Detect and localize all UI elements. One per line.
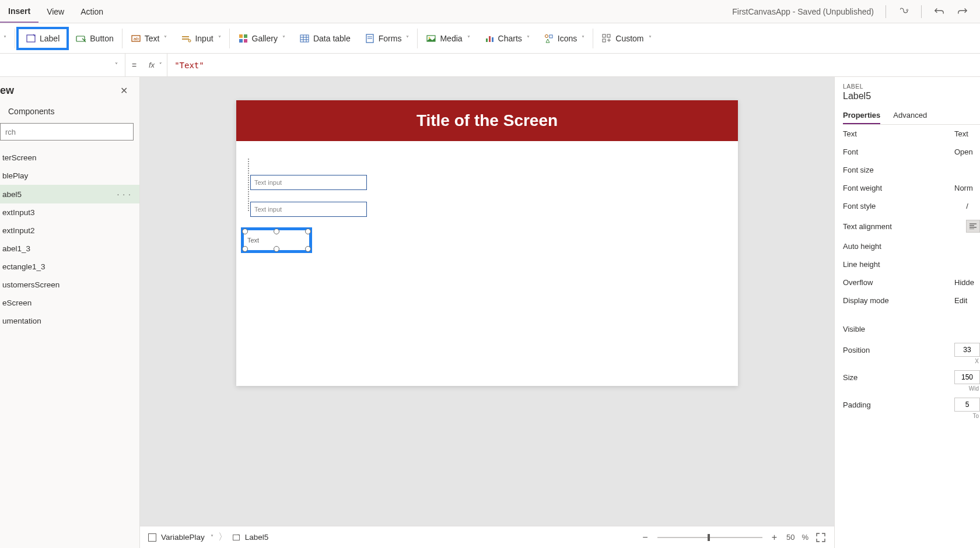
prop-label: Visible <box>843 325 865 333</box>
tree-item[interactable]: blePlay <box>0 167 139 185</box>
prop-input-padding-top[interactable] <box>954 398 980 412</box>
prop-input-size-width[interactable] <box>954 370 980 384</box>
chevron-down-icon[interactable]: ˅ <box>211 534 214 540</box>
prop-value-fontstyle[interactable]: / <box>954 202 980 210</box>
svg-point-7 <box>188 40 191 42</box>
ribbon-gallery[interactable]: Gallery˅ <box>231 27 292 50</box>
search-input[interactable] <box>0 123 134 140</box>
ribbon-icons-label: Icons <box>558 34 577 43</box>
ribbon-label[interactable]: Label <box>16 27 69 50</box>
canvas-label-selected[interactable]: Text <box>241 227 312 253</box>
menu-action[interactable]: Action <box>72 0 111 23</box>
resize-handle[interactable] <box>305 246 311 252</box>
breadcrumb: VariablePlay ˅ 〉 Label5 <box>148 531 268 543</box>
tree-item[interactable]: eScreen <box>0 294 139 312</box>
crumb-control[interactable]: Label5 <box>245 533 269 542</box>
ribbon-media[interactable]: Media˅ <box>419 27 477 50</box>
statusbar: VariablePlay ˅ 〉 Label5 − + 50 % <box>140 526 834 548</box>
tree-item[interactable]: extInput3 <box>0 203 139 222</box>
chevron-down-icon: ˅ <box>527 35 530 41</box>
tree-tab-components[interactable]: Components <box>0 101 139 121</box>
ribbon-first-truncated[interactable]: ˅ <box>2 27 13 50</box>
more-icon[interactable]: · · · <box>117 189 135 199</box>
prop-value-text[interactable]: Text <box>954 129 980 138</box>
svg-rect-2 <box>76 36 85 41</box>
svg-rect-32 <box>233 535 239 540</box>
tab-advanced[interactable]: Advanced <box>893 107 927 124</box>
canvas-screen[interactable]: Title of the Screen Text input Text inpu… <box>236 100 738 386</box>
redo-icon[interactable] <box>957 6 968 17</box>
svg-text:ab: ab <box>134 36 139 41</box>
zoom-out-button[interactable]: − <box>640 532 650 543</box>
svg-point-0 <box>907 9 908 10</box>
chevron-down-icon: ˅ <box>649 35 652 41</box>
prop-sublabel: Wid <box>843 385 980 392</box>
tree-title: ew <box>0 85 14 97</box>
resize-handle[interactable] <box>274 246 279 252</box>
prop-label: Position <box>843 346 870 354</box>
text-icon: ab <box>131 33 141 44</box>
prop-value-displaymode[interactable]: Edit <box>954 296 980 305</box>
ribbon-custom[interactable]: Custom˅ <box>594 27 658 50</box>
charts-icon <box>484 33 495 44</box>
ribbon-gallery-label: Gallery <box>252 34 278 43</box>
ribbon: ˅ Label Button ab Text˅ Input˅ Gallery˅ … <box>0 23 980 54</box>
health-icon[interactable] <box>898 6 909 17</box>
tree-item[interactable]: extInput2 <box>0 222 139 240</box>
ribbon-button[interactable]: Button <box>69 27 120 50</box>
tree-item[interactable]: terScreen <box>0 149 139 167</box>
props-name: Label5 <box>843 90 980 107</box>
canvas-text-input[interactable]: Text input <box>250 202 367 217</box>
ribbon-button-text: Button <box>90 34 113 43</box>
resize-handle[interactable] <box>305 229 311 234</box>
zoom-slider[interactable] <box>657 537 762 538</box>
fullscreen-icon[interactable] <box>816 532 826 543</box>
tree-item[interactable]: ectangle1_3 <box>0 258 139 276</box>
prop-label: Display mode <box>843 296 889 305</box>
menu-insert[interactable]: Insert <box>0 0 38 23</box>
ribbon-charts[interactable]: Charts˅ <box>477 27 537 50</box>
ribbon-icons[interactable]: Icons˅ <box>537 27 592 50</box>
custom-icon <box>601 33 612 44</box>
svg-rect-29 <box>603 39 606 42</box>
ribbon-input[interactable]: Input˅ <box>174 27 228 50</box>
ribbon-datatable[interactable]: Data table <box>292 27 358 50</box>
close-icon[interactable]: ✕ <box>116 83 132 99</box>
resize-handle[interactable] <box>242 246 248 252</box>
chevron-down-icon: ˅ <box>218 35 221 41</box>
prop-label: Overflow <box>843 278 873 287</box>
tree-item-selected[interactable]: abel5· · · <box>0 185 139 203</box>
chevron-down-icon: ˅ <box>582 35 584 41</box>
chevron-down-icon: ˅ <box>282 35 285 41</box>
prop-value-overflow[interactable]: Hidde <box>954 278 980 287</box>
tree-search[interactable] <box>0 123 134 140</box>
menu-view[interactable]: View <box>38 0 72 23</box>
gallery-icon <box>238 33 249 44</box>
icons-icon <box>544 33 554 44</box>
ribbon-custom-label: Custom <box>615 34 643 43</box>
crumb-screen[interactable]: VariablePlay <box>161 533 205 542</box>
tree-item[interactable]: umentation <box>0 312 139 330</box>
label-icon <box>232 533 240 542</box>
prop-label: Font weight <box>843 184 882 192</box>
resize-handle[interactable] <box>274 229 279 234</box>
formula-input[interactable]: "Text" <box>167 61 980 70</box>
undo-icon[interactable] <box>933 6 945 17</box>
prop-value-font[interactable]: Open <box>954 147 980 156</box>
prop-input-position-x[interactable] <box>954 343 980 357</box>
ribbon-forms[interactable]: Forms˅ <box>358 27 416 50</box>
tab-properties[interactable]: Properties <box>843 107 880 124</box>
fx-button[interactable]: fx˅ <box>143 54 167 76</box>
zoom-in-button[interactable]: + <box>769 532 779 543</box>
ribbon-label-text: Label <box>40 34 60 43</box>
canvas-text-input[interactable]: Text input <box>250 175 367 190</box>
property-selector[interactable]: ˅ <box>0 54 125 76</box>
ribbon-text[interactable]: ab Text˅ <box>124 27 174 50</box>
tree-item[interactable]: abel1_3 <box>0 240 139 258</box>
ribbon-media-label: Media <box>440 34 462 43</box>
text-align-left-button[interactable] <box>966 220 980 233</box>
prop-value-fontweight[interactable]: Norm <box>954 184 980 192</box>
tree-item[interactable]: ustomersScreen <box>0 276 139 294</box>
resize-handle[interactable] <box>242 229 248 234</box>
svg-rect-11 <box>244 39 247 43</box>
